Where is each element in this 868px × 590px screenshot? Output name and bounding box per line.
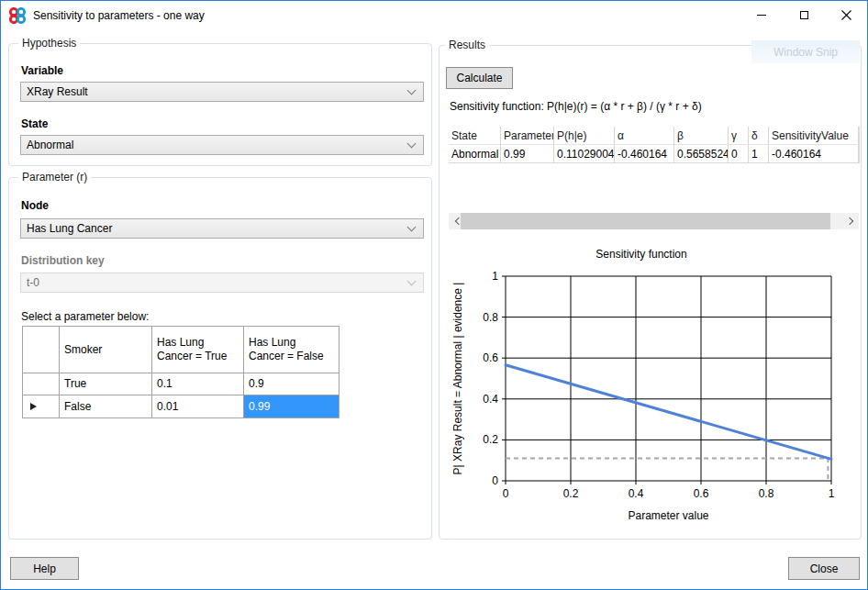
grid-cell-1-1[interactable]: 0.01 xyxy=(152,395,244,417)
scroll-right-button[interactable] xyxy=(842,213,859,229)
results-header-alpha[interactable]: α xyxy=(615,127,674,145)
svg-text:0.6: 0.6 xyxy=(694,487,709,500)
window-title: Sensitivity to parameters - one way xyxy=(33,9,205,22)
close-window-button[interactable] xyxy=(825,1,867,29)
results-header-sensitivity-value[interactable]: SensitivityValue xyxy=(769,127,859,145)
distribution-key-value: t-0 xyxy=(27,276,39,289)
grid-cell-0-1[interactable]: 0.1 xyxy=(152,373,244,395)
results-cell-beta[interactable]: 0.5658524 xyxy=(674,145,729,163)
svg-text:0.8: 0.8 xyxy=(759,487,774,500)
distribution-key-combobox: t-0 xyxy=(20,273,424,293)
state-label: State xyxy=(21,117,48,130)
svg-text:P| XRay Result = Abnormal | ev: P| XRay Result = Abnormal | evidence | xyxy=(451,283,464,475)
results-header-parameter[interactable]: Parameter xyxy=(501,127,554,145)
scrollbar-thumb[interactable] xyxy=(461,213,830,229)
maximize-icon xyxy=(800,11,808,19)
close-button[interactable]: Close xyxy=(788,557,860,580)
distribution-key-label: Distribution key xyxy=(21,254,105,267)
help-button[interactable]: Help xyxy=(10,557,79,580)
grid-cell-selected[interactable]: 0.99 xyxy=(244,395,339,417)
results-legend: Results xyxy=(445,39,489,51)
results-cell-gamma[interactable]: 0 xyxy=(729,145,749,163)
row-header-cell-selected[interactable] xyxy=(23,395,60,417)
parameter-grid: Smoker Has Lung Cancer = True Has Lung C… xyxy=(22,326,339,418)
parameter-legend: Parameter (r) xyxy=(18,171,91,184)
grid-cell-0-2[interactable]: 0.9 xyxy=(244,373,339,395)
bayes-server-logo-icon xyxy=(9,7,26,24)
svg-text:0.4: 0.4 xyxy=(483,393,498,406)
svg-text:0.4: 0.4 xyxy=(629,487,644,500)
selected-row-marker-icon xyxy=(30,403,37,410)
grid-corner-cell xyxy=(23,327,60,373)
sensitivity-dialog-window: Sensitivity to parameters - one way Wind… xyxy=(0,0,868,590)
results-header-gamma[interactable]: γ xyxy=(729,127,749,145)
node-combobox[interactable]: Has Lung Cancer xyxy=(20,218,424,239)
row-header-cell[interactable] xyxy=(23,373,60,395)
chevron-down-icon xyxy=(407,139,417,148)
grid-header-cancer-false[interactable]: Has Lung Cancer = False xyxy=(244,327,339,373)
svg-text:0.6: 0.6 xyxy=(483,351,498,364)
variable-combobox[interactable]: XRay Result xyxy=(20,82,424,102)
svg-text:1: 1 xyxy=(492,270,498,283)
svg-text:0.2: 0.2 xyxy=(483,433,498,446)
calculate-button[interactable]: Calculate xyxy=(446,67,513,89)
maximize-button[interactable] xyxy=(783,1,825,29)
chevron-down-icon xyxy=(407,222,417,231)
state-value: Abnormal xyxy=(27,139,73,151)
results-header-beta[interactable]: β xyxy=(674,127,729,145)
select-parameter-label: Select a parameter below: xyxy=(21,310,149,323)
results-cell-sensitivity-value[interactable]: -0.460164 xyxy=(769,145,859,163)
node-value: Has Lung Cancer xyxy=(27,222,112,235)
chevron-down-icon xyxy=(407,276,417,285)
svg-text:Parameter value: Parameter value xyxy=(628,509,708,522)
chevron-right-icon xyxy=(845,217,852,225)
results-cell-state[interactable]: Abnormal xyxy=(449,145,501,163)
sensitivity-chart: 00.20.40.60.8100.20.40.60.81Sensitivity … xyxy=(449,238,859,540)
parameter-groupbox: Parameter (r) Node Has Lung Cancer Distr… xyxy=(8,177,432,540)
svg-text:0: 0 xyxy=(492,474,498,487)
svg-text:0: 0 xyxy=(503,487,509,500)
window-snip-ghost-label: Window Snip xyxy=(751,40,860,63)
results-table: State Parameter P(h|e) α β γ δ Sensitivi… xyxy=(449,127,860,163)
results-header-phe[interactable]: P(h|e) xyxy=(554,127,615,145)
hypothesis-groupbox: Hypothesis Variable XRay Result State Ab… xyxy=(8,43,432,166)
results-header-delta[interactable]: δ xyxy=(749,127,769,145)
close-icon xyxy=(841,10,851,20)
grid-header-cancer-true[interactable]: Has Lung Cancer = True xyxy=(152,327,244,373)
grid-cell-false[interactable]: False xyxy=(60,395,152,417)
state-combobox[interactable]: Abnormal xyxy=(20,135,424,155)
grid-cell-true[interactable]: True xyxy=(60,373,152,395)
chevron-down-icon xyxy=(407,85,417,95)
results-horizontal-scrollbar[interactable] xyxy=(449,213,859,229)
svg-text:0.2: 0.2 xyxy=(563,487,579,500)
results-cell-delta[interactable]: 1 xyxy=(749,145,769,163)
results-header-state[interactable]: State xyxy=(449,127,501,145)
variable-value: XRay Result xyxy=(27,85,88,98)
titlebar[interactable]: Sensitivity to parameters - one way xyxy=(1,1,867,29)
svg-text:Sensitivity function: Sensitivity function xyxy=(595,248,686,261)
results-cell-parameter[interactable]: 0.99 xyxy=(501,145,554,163)
node-label: Node xyxy=(21,199,49,212)
minimize-icon xyxy=(757,15,766,16)
sensitivity-function-text: Sensitivity function: P(h|e)(r) = (α * r… xyxy=(450,100,702,113)
hypothesis-legend: Hypothesis xyxy=(18,37,80,50)
results-cell-alpha[interactable]: -0.460164 xyxy=(615,145,674,163)
svg-text:0.8: 0.8 xyxy=(483,311,498,324)
minimize-button[interactable] xyxy=(740,1,783,29)
variable-label: Variable xyxy=(21,64,63,77)
results-cell-phe[interactable]: 0.11029004 xyxy=(554,145,615,163)
grid-header-smoker[interactable]: Smoker xyxy=(60,327,152,373)
svg-text:1: 1 xyxy=(829,487,835,500)
